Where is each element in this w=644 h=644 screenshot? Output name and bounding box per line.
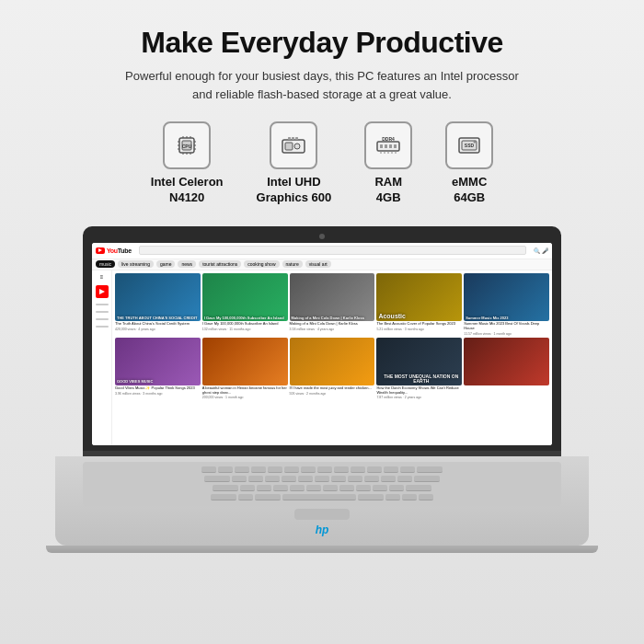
key <box>367 466 382 473</box>
tab-news[interactable]: news <box>178 260 196 268</box>
yt-content: ≡ THE TRU <box>92 270 552 445</box>
yt-video-2[interactable]: I Gave My 100,000,000th Subscriber An Is… <box>202 273 288 336</box>
key <box>284 466 299 473</box>
yt-thumb-text-5: Summer Music Mix 2023 <box>466 316 508 320</box>
tab-game[interactable]: game <box>156 260 176 268</box>
key <box>348 476 362 482</box>
tab-livestreaming[interactable]: live streaming <box>118 260 154 268</box>
yt-video-9[interactable]: THE MOST UNEQUAL NATION ON EARTH How the… <box>376 338 462 400</box>
svg-text:CPU: CPU <box>182 144 192 149</box>
yt-thumb-text-6: GOOD VIBES MUSIC <box>117 380 153 384</box>
yt-tabs: music live streaming game news tourist a… <box>92 259 552 270</box>
key <box>232 476 247 482</box>
key <box>356 485 371 491</box>
key <box>385 494 400 500</box>
svg-rect-23 <box>385 144 387 148</box>
key <box>257 485 271 491</box>
yt-video-5[interactable]: Summer Music Mix 2023 Summer Music Mix 2… <box>464 273 549 336</box>
key <box>419 494 433 500</box>
key <box>301 466 316 473</box>
yt-meta-4: 5.21 million views · 3 months ago <box>376 328 462 331</box>
yt-thumb-3: Making of a Mini Cola Down | Karlie Klos… <box>290 273 375 321</box>
yt-header: YouTube 🔍 🎤 <box>92 243 552 259</box>
yt-sidebar: ≡ <box>92 270 112 445</box>
yt-meta-5: 11.57 million views · 1 month ago <box>464 332 549 336</box>
yt-video-7[interactable]: A beautiful woman in Henan became famous… <box>202 338 288 400</box>
key-shift-r <box>406 485 431 491</box>
key <box>265 476 280 482</box>
svg-rect-25 <box>394 144 397 148</box>
yt-meta-9: 7.87 million views · 2 years ago <box>376 396 462 399</box>
svg-rect-16 <box>285 143 293 150</box>
spec-ram-label: RAM4GB <box>374 175 402 206</box>
yt-meta-3: 3.58 million views · 4 years ago <box>290 328 375 331</box>
key <box>201 466 216 473</box>
tab-visualart[interactable]: visual art <box>305 260 331 268</box>
yt-video-3[interactable]: Making of a Mini Cola Down | Karlie Klos… <box>290 273 375 336</box>
key-shift-l <box>213 485 238 491</box>
key <box>248 476 263 482</box>
headline: Make Everyday Productive <box>141 26 503 60</box>
hp-logo: hp <box>316 523 329 536</box>
yt-video-10[interactable] <box>464 338 549 400</box>
laptop-bottom-strip <box>46 546 598 553</box>
tab-cooking[interactable]: cooking show <box>244 260 279 268</box>
yt-thumb-1: THE TRUTH ABOUT CHINA'S SOCIAL CREDIT <box>115 273 201 321</box>
yt-title-1: The Truth About China's Social Credit Sy… <box>115 322 201 327</box>
storage-svg: SSD <box>454 131 484 160</box>
key <box>235 466 249 473</box>
yt-thumb-8 <box>290 338 375 385</box>
key <box>218 466 233 473</box>
yt-title-9: How the Dutch Economy Shows We Can't Red… <box>376 386 462 396</box>
storage-icon: SSD <box>445 121 493 169</box>
svg-rect-22 <box>380 144 383 148</box>
keyboard <box>83 462 561 506</box>
yt-title-5: Summer Music Mix 2023 Best Of Vocals Dee… <box>464 322 549 331</box>
yt-thumb-4: Acoustic <box>376 273 462 321</box>
specs-row: CPU Intel CeleronN4120 Intel UHDGraphics… <box>151 121 493 206</box>
key-ctrl <box>211 494 236 500</box>
cpu-icon: CPU <box>163 121 211 169</box>
yt-thumb-10 <box>464 338 549 385</box>
yt-video-1[interactable]: THE TRUTH ABOUT CHINA'S SOCIAL CREDIT Th… <box>115 273 201 336</box>
key-alt <box>255 494 281 500</box>
yt-thumb-text-9: THE MOST UNEQUAL NATION ON EARTH <box>378 374 462 385</box>
yt-thumb-7 <box>202 338 288 385</box>
ram-svg: DDR4 <box>374 131 403 160</box>
tab-nature[interactable]: nature <box>282 260 303 268</box>
key <box>238 494 253 500</box>
yt-title-8: If I have made the most juicy and tender… <box>290 386 375 391</box>
sidebar-library <box>96 326 109 328</box>
yt-thumb-text-3: Making of a Mini Cola Down | Karlie Klos… <box>292 316 364 320</box>
yt-video-8[interactable]: If I have made the most juicy and tender… <box>290 338 375 400</box>
yt-meta-1: 420,000 views · 4 years ago <box>115 328 201 331</box>
key <box>339 485 354 491</box>
yt-meta-2: 132 million views · 11 months ago <box>202 328 288 331</box>
yt-search-bar[interactable] <box>139 246 527 255</box>
tab-music[interactable]: music <box>96 260 115 268</box>
laptop-screen-outer: YouTube 🔍 🎤 music live streaming game ne… <box>83 226 561 451</box>
screen-inner: YouTube 🔍 🎤 music live streaming game ne… <box>92 243 552 445</box>
cpu-svg: CPU <box>172 131 201 160</box>
yt-title-2: I Gave My 100,000,000th Subscriber An Is… <box>202 322 288 327</box>
spec-gpu: Intel UHDGraphics 600 <box>257 121 332 206</box>
svg-point-17 <box>294 144 300 149</box>
key <box>306 485 321 491</box>
yt-video-grid-row1: THE TRUTH ABOUT CHINA'S SOCIAL CREDIT Th… <box>115 273 549 336</box>
trackpad[interactable] <box>294 509 350 520</box>
yt-video-4[interactable]: Acoustic The Best Acoustic Cover of Popu… <box>376 273 462 336</box>
svg-text:SSD: SSD <box>465 143 475 148</box>
yt-video-6[interactable]: GOOD VIBES MUSIC Good Vibes Music ✨ Popu… <box>115 338 201 400</box>
svg-rect-24 <box>389 144 392 148</box>
spec-emmc-label: eMMC64GB <box>452 175 487 206</box>
key <box>351 466 365 473</box>
laptop-base: hp <box>55 456 589 546</box>
subtitle: Powerful enough for your busiest days, t… <box>125 67 519 103</box>
camera-dot <box>319 234 325 239</box>
key <box>364 476 379 482</box>
svg-text:DDR4: DDR4 <box>382 136 395 142</box>
laptop: YouTube 🔍 🎤 music live streaming game ne… <box>64 226 580 553</box>
key <box>402 494 417 500</box>
laptop-hinge <box>83 451 561 456</box>
tab-tourist[interactable]: tourist attractions <box>199 260 241 268</box>
